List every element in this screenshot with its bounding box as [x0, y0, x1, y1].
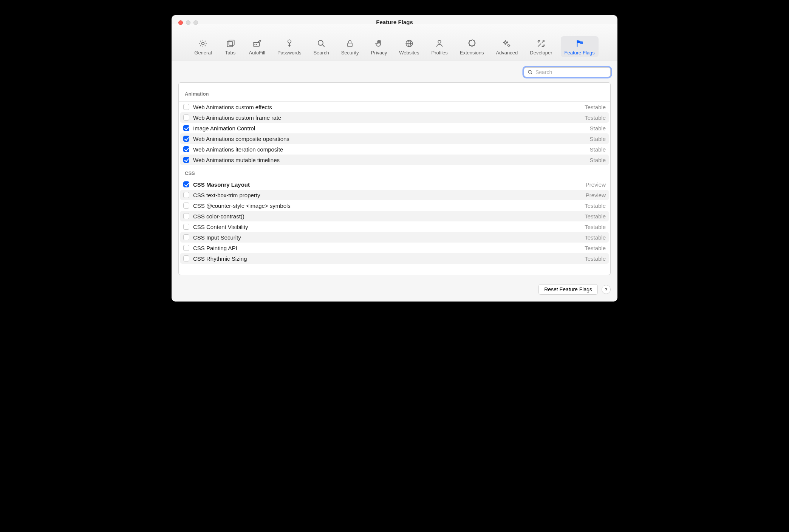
preferences-window: Feature Flags GeneralTabsAutoFillPasswor…	[172, 15, 617, 302]
toolbar-item-label: Tabs	[225, 50, 235, 56]
flag-row[interactable]: CSS @counter-style <image> symbolsTestab…	[180, 200, 609, 211]
flag-status: Stable	[589, 146, 606, 153]
flag-row[interactable]: CSS text-box-trim propertyPreview	[180, 190, 609, 200]
flag-status: Testable	[585, 234, 606, 241]
flag-status: Testable	[585, 213, 606, 220]
toolbar-item-feature-flags[interactable]: Feature Flags	[561, 36, 599, 57]
search-input[interactable]	[535, 69, 607, 75]
gear-icon	[198, 39, 208, 48]
svg-point-0	[528, 70, 531, 73]
flag-row[interactable]: Web Animations custom frame rateTestable	[180, 112, 609, 123]
flag-row[interactable]: Web Animations custom effectsTestable	[180, 102, 609, 112]
flag-status: Testable	[585, 224, 606, 230]
tabs-icon	[226, 39, 235, 48]
flag-row[interactable]: CSS Rhythmic SizingTestable	[180, 253, 609, 264]
section-header: Animation	[179, 83, 610, 102]
flag-name: Web Animations mutable timelines	[193, 157, 589, 163]
flag-row[interactable]: Web Animations composite operationsStabl…	[180, 133, 609, 144]
flag-checkbox[interactable]	[183, 255, 189, 261]
flag-checkbox[interactable]	[183, 114, 189, 121]
flag-checkbox[interactable]	[183, 224, 189, 230]
flags-icon	[575, 39, 585, 48]
gears-icon	[502, 39, 512, 48]
content-area: AnimationWeb Animations custom effectsTe…	[172, 60, 617, 279]
tools-icon	[536, 39, 546, 48]
toolbar-item-extensions[interactable]: Extensions	[456, 36, 488, 57]
key-icon	[285, 39, 294, 48]
toolbar-item-security[interactable]: Security	[337, 36, 363, 57]
flag-checkbox[interactable]	[183, 146, 189, 152]
feature-flags-list[interactable]: AnimationWeb Animations custom effectsTe…	[178, 82, 611, 275]
flag-checkbox[interactable]	[183, 245, 189, 251]
flag-checkbox[interactable]	[183, 203, 189, 209]
flag-name: Web Animations iteration composite	[193, 146, 589, 153]
flag-name: Web Animations custom frame rate	[193, 114, 585, 121]
flag-status: Testable	[585, 255, 606, 262]
toolbar-item-label: Security	[341, 50, 359, 56]
toolbar-item-label: Developer	[530, 50, 552, 56]
flag-checkbox[interactable]	[183, 192, 189, 198]
lock-icon	[345, 39, 355, 48]
toolbar-item-privacy[interactable]: Privacy	[367, 36, 391, 57]
flag-name: CSS Masonry Layout	[193, 181, 586, 188]
flag-checkbox[interactable]	[183, 104, 189, 110]
flag-row[interactable]: CSS Input SecurityTestable	[180, 232, 609, 243]
section-header: CSS	[179, 165, 610, 179]
toolbar-item-tabs[interactable]: Tabs	[220, 36, 241, 57]
flag-name: CSS Content Visibility	[193, 224, 585, 230]
footer: Reset Feature Flags ?	[172, 279, 617, 302]
flag-row[interactable]: Web Animations mutable timelinesStable	[180, 155, 609, 165]
toolbar-item-label: Privacy	[371, 50, 387, 56]
flag-name: CSS Rhythmic Sizing	[193, 255, 585, 262]
preferences-toolbar: GeneralTabsAutoFillPasswordsSearchSecuri…	[172, 24, 617, 60]
reset-feature-flags-button[interactable]: Reset Feature Flags	[538, 284, 598, 295]
flag-status: Testable	[585, 114, 606, 121]
toolbar-item-label: General	[194, 50, 212, 56]
toolbar-item-label: Advanced	[496, 50, 518, 56]
flag-status: Stable	[589, 125, 606, 131]
flag-name: CSS color-contrast()	[193, 213, 585, 220]
flag-status: Testable	[585, 245, 606, 251]
toolbar-item-autofill[interactable]: AutoFill	[245, 36, 269, 57]
flag-checkbox[interactable]	[183, 213, 189, 219]
toolbar-item-general[interactable]: General	[190, 36, 215, 57]
flag-name: Image Animation Control	[193, 125, 589, 131]
flag-name: CSS text-box-trim property	[193, 192, 586, 198]
toolbar-item-developer[interactable]: Developer	[526, 36, 556, 57]
toolbar-item-label: AutoFill	[249, 50, 265, 56]
toolbar-item-profiles[interactable]: Profiles	[427, 36, 451, 57]
flag-name: CSS Painting API	[193, 245, 585, 251]
toolbar-item-label: Extensions	[460, 50, 484, 56]
toolbar-item-passwords[interactable]: Passwords	[274, 36, 305, 57]
flag-checkbox[interactable]	[183, 157, 189, 163]
search-field[interactable]	[524, 67, 611, 77]
flag-name: CSS Input Security	[193, 234, 585, 241]
flag-row[interactable]: CSS Masonry LayoutPreview	[180, 179, 609, 190]
toolbar-item-label: Passwords	[277, 50, 302, 56]
person-icon	[435, 39, 444, 48]
svg-line-1	[531, 73, 532, 74]
flag-status: Stable	[589, 157, 606, 163]
flag-checkbox[interactable]	[183, 234, 189, 240]
flag-checkbox[interactable]	[183, 136, 189, 142]
flag-checkbox[interactable]	[183, 125, 189, 131]
search-icon	[527, 69, 533, 75]
autofill-icon	[252, 39, 262, 48]
flag-row[interactable]: Web Animations iteration compositeStable	[180, 144, 609, 155]
flag-row[interactable]: Image Animation ControlStable	[180, 123, 609, 133]
flag-status: Preview	[586, 192, 606, 198]
flag-checkbox[interactable]	[183, 181, 189, 187]
flag-row[interactable]: CSS Painting APITestable	[180, 243, 609, 253]
toolbar-item-websites[interactable]: Websites	[395, 36, 423, 57]
toolbar-item-label: Search	[313, 50, 329, 56]
globe-icon	[404, 39, 414, 48]
toolbar-item-search[interactable]: Search	[309, 36, 333, 57]
hand-icon	[374, 39, 384, 48]
toolbar-item-advanced[interactable]: Advanced	[492, 36, 521, 57]
help-button[interactable]: ?	[602, 285, 611, 294]
flag-row[interactable]: CSS Content VisibilityTestable	[180, 221, 609, 232]
flag-name: Web Animations custom effects	[193, 104, 585, 110]
toolbar-item-label: Feature Flags	[565, 50, 595, 56]
search-icon	[316, 39, 326, 48]
flag-row[interactable]: CSS color-contrast()Testable	[180, 211, 609, 221]
